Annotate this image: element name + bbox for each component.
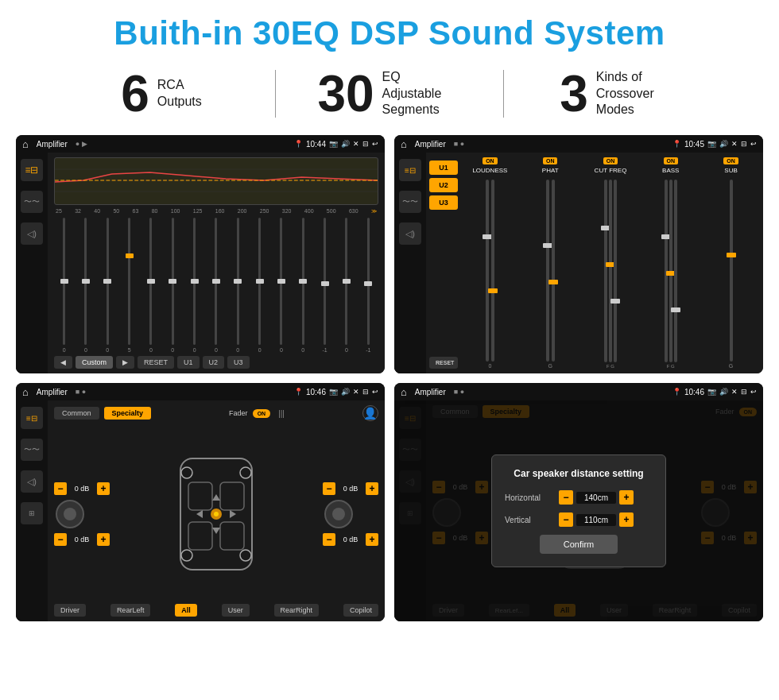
stat-crossover-number: 3 <box>560 68 588 119</box>
minimize-icon[interactable]: ⊟ <box>362 140 369 148</box>
screen1-statusbar: ⌂ Amplifier ● ▶ 📍 10:44 📷 🔊 ✕ ⊟ ↩ <box>16 135 385 153</box>
phat-on[interactable]: ON <box>543 157 558 164</box>
u3-preset[interactable]: U3 <box>429 195 458 210</box>
slider-630: -1 <box>358 218 378 353</box>
vol-tl-plus[interactable]: + <box>97 482 110 495</box>
custom-btn[interactable]: Custom <box>76 356 113 369</box>
eq-freq-labels: 2532405063 80100125160200 25032040050063… <box>54 208 378 215</box>
rearleft-btn[interactable]: RearLeft <box>110 604 151 617</box>
svg-point-16 <box>181 550 192 561</box>
loudness-slider1[interactable] <box>486 180 489 362</box>
bass-slider2[interactable] <box>669 180 672 362</box>
cutfreq-slider1[interactable] <box>604 180 607 362</box>
cutfreq-slider3[interactable] <box>614 180 617 362</box>
ch-sub: ON SUB G <box>702 157 760 369</box>
bass-label: BASS <box>662 167 679 174</box>
wave-icon-btn[interactable]: 〜〜 <box>21 191 43 213</box>
screen-eq: ⌂ Amplifier ● ▶ 📍 10:44 📷 🔊 ✕ ⊟ ↩ ≡⊟ 〜〜 … <box>16 135 385 373</box>
home-icon4[interactable]: ⌂ <box>401 386 407 398</box>
speaker-side-btn3[interactable]: ◁) <box>21 470 43 493</box>
wave-side-btn2[interactable]: 〜〜 <box>399 191 421 213</box>
sub-on[interactable]: ON <box>723 157 738 164</box>
stat-rca-number: 6 <box>121 68 149 119</box>
u2-preset[interactable]: U2 <box>429 178 458 192</box>
slider-32: 0 <box>76 218 95 353</box>
volume-icon: 🔊 <box>341 140 350 148</box>
vol-bl-plus[interactable]: + <box>97 533 110 546</box>
prev-btn[interactable]: ◀ <box>54 356 72 369</box>
eq-side-btn3[interactable]: ≡⊟ <box>21 407 43 429</box>
reset-preset[interactable]: RESET <box>429 357 458 369</box>
slider-160: 0 <box>228 218 248 353</box>
vol-tr-minus[interactable]: − <box>323 482 335 495</box>
close-icon[interactable]: ✕ <box>353 140 359 148</box>
specialty-tab[interactable]: Specialty <box>104 407 152 420</box>
phat-slider1[interactable] <box>546 180 549 362</box>
sub-slider1[interactable] <box>730 180 733 362</box>
eq-side-btn2[interactable]: ≡⊟ <box>399 159 421 181</box>
loudness-on[interactable]: ON <box>483 157 498 164</box>
u2-btn[interactable]: U2 <box>203 356 225 369</box>
ch-loudness: ON LOUDNESS 0 <box>461 157 519 369</box>
vertical-plus[interactable]: + <box>619 512 634 527</box>
confirm-button[interactable]: Confirm <box>540 535 618 554</box>
slider-50: 5 <box>119 218 139 353</box>
home-icon2[interactable]: ⌂ <box>401 138 407 150</box>
vol-br-minus[interactable]: − <box>323 533 335 546</box>
u1-preset[interactable]: U1 <box>429 160 458 175</box>
horizontal-value: 140cm <box>576 492 616 504</box>
dialog-overlay: Car speaker distance setting Horizontal … <box>394 400 763 621</box>
stat-eq-number: 30 <box>317 68 374 119</box>
horizontal-plus[interactable]: + <box>619 490 634 505</box>
reset-btn[interactable]: RESET <box>138 356 174 369</box>
loudness-label: LOUDNESS <box>472 167 507 174</box>
svg-point-9 <box>214 512 219 516</box>
bass-on[interactable]: ON <box>664 157 679 164</box>
horizontal-input: − 140cm + <box>559 490 634 505</box>
fader-on-toggle[interactable]: ON <box>253 409 271 418</box>
ch-bass: ON BASS F G <box>641 157 700 369</box>
speaker-side-btn2[interactable]: ◁) <box>399 222 421 245</box>
u1-btn[interactable]: U1 <box>177 356 200 369</box>
user-btn[interactable]: User <box>222 604 250 617</box>
play-btn[interactable]: ▶ <box>116 356 134 369</box>
screen4-statusbar: ⌂ Amplifier ■ ● 📍 10:46 📷 🔊 ✕ ⊟ ↩ <box>394 383 763 400</box>
bass-slider3[interactable] <box>674 180 677 362</box>
slider-125: 0 <box>206 218 226 353</box>
all-btn[interactable]: All <box>175 604 197 617</box>
speaker-icon-btn[interactable]: ◁) <box>21 222 43 245</box>
page-title: Buith-in 30EQ DSP Sound System <box>0 0 779 60</box>
home-icon[interactable]: ⌂ <box>22 138 29 150</box>
wave-side-btn3[interactable]: 〜〜 <box>21 439 43 461</box>
screen2-side: ≡⊟ 〜〜 ◁) <box>394 153 426 373</box>
vertical-input: − 110cm + <box>559 512 634 527</box>
slider-25: 0 <box>54 218 74 353</box>
vertical-label: Vertical <box>505 516 552 524</box>
expand-side-btn3[interactable]: ⊞ <box>21 502 43 524</box>
cutfreq-on[interactable]: ON <box>603 157 618 164</box>
vol-bl-minus[interactable]: − <box>54 533 67 546</box>
vol-tl-minus[interactable]: − <box>54 482 67 495</box>
svg-marker-13 <box>230 510 236 518</box>
phat-slider2[interactable] <box>552 180 555 362</box>
cutfreq-label: CUT FREQ <box>595 167 627 174</box>
screen2-statusbar: ⌂ Amplifier ■ ● 📍 10:45 📷 🔊 ✕ ⊟ ↩ <box>394 135 763 153</box>
cutfreq-slider2[interactable] <box>609 180 612 362</box>
vol-bl-value: 0 dB <box>70 536 94 543</box>
eq-icon-btn[interactable]: ≡⊟ <box>21 159 43 181</box>
vertical-minus[interactable]: − <box>559 512 573 527</box>
common-tab[interactable]: Common <box>54 407 99 420</box>
horizontal-minus[interactable]: − <box>559 490 573 505</box>
home-icon3[interactable]: ⌂ <box>22 386 29 398</box>
back-icon[interactable]: ↩ <box>372 140 378 148</box>
loudness-slider2[interactable] <box>491 180 494 362</box>
u3-btn[interactable]: U3 <box>227 356 250 369</box>
svg-rect-7 <box>220 522 244 550</box>
rearright-btn[interactable]: RearRight <box>274 604 320 617</box>
vol-br-plus[interactable]: + <box>366 533 378 546</box>
vol-tr-plus[interactable]: + <box>366 482 378 495</box>
screen3-time: 10:46 <box>306 388 326 396</box>
copilot-btn[interactable]: Copilot <box>343 604 378 617</box>
driver-btn[interactable]: Driver <box>54 604 86 617</box>
vertical-row: Vertical − 110cm + <box>505 512 653 527</box>
